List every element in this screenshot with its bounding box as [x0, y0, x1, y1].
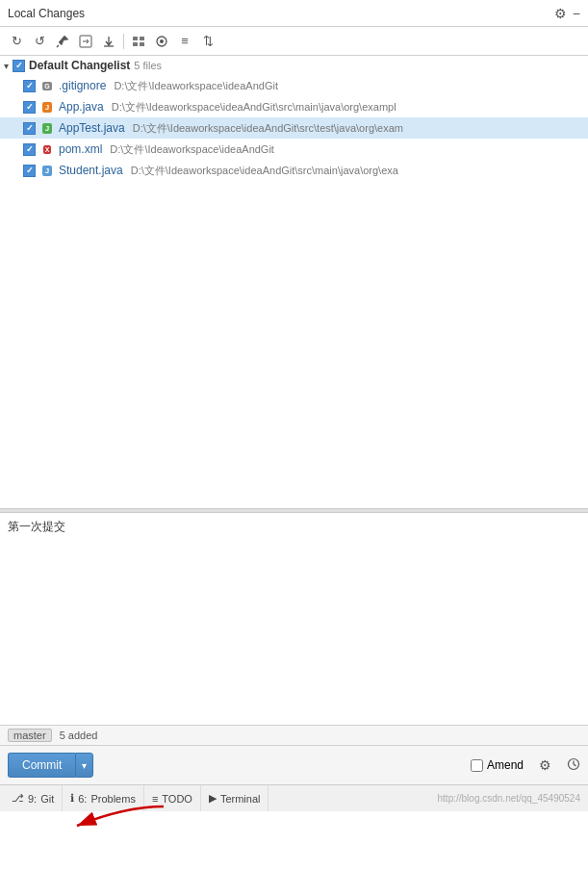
svg-point-8 [160, 39, 164, 43]
git-tab-label: Git [40, 793, 54, 805]
bottom-tabs: ⎇ 9: Git ℹ 6: Problems ≡ TODO ▶ Terminal… [0, 784, 588, 811]
problems-tab-icon: ℹ [70, 792, 74, 805]
file-checkbox-apptest-java[interactable] [23, 122, 36, 135]
rollback-btn[interactable]: ↺ [29, 31, 50, 52]
file-item-apptest-java[interactable]: J AppTest.java D:\文件\Ideaworkspace\ideaA… [0, 117, 588, 139]
apptest-java-icon: J [39, 120, 55, 136]
gitignore-icon: G [39, 78, 55, 93]
file-checkbox-app-java[interactable] [23, 101, 36, 114]
branch-badge: master [8, 729, 52, 742]
move-changes-btn[interactable] [75, 31, 96, 52]
file-item-app-java[interactable]: J App.java D:\文件\Ideaworkspace\ideaAndGi… [0, 96, 588, 117]
commit-dropdown-button[interactable]: ▾ [75, 753, 93, 778]
watermark: http://blog.csdn.net/qq_45490524 [268, 793, 584, 804]
problems-tab-label: Problems [90, 793, 135, 805]
toolbar: ↻ ↺ ≡ ⇅ [0, 27, 588, 56]
file-path-gitignore: D:\文件\Ideaworkspace\ideaAndGit [114, 79, 278, 93]
file-path-app-java: D:\文件\Ideaworkspace\ideaAndGit\src\main\… [112, 100, 396, 115]
app-java-icon: J [39, 99, 55, 115]
file-name-pom-xml: pom.xml [59, 142, 102, 156]
diff-btn[interactable] [151, 31, 172, 52]
svg-rect-3 [133, 37, 138, 40]
move-to-btn[interactable] [98, 31, 119, 52]
svg-rect-6 [140, 42, 144, 46]
tab-terminal[interactable]: ▶ Terminal [201, 785, 269, 811]
file-item-student-java[interactable]: J Student.java D:\文件\Ideaworkspace\ideaA… [0, 160, 588, 181]
git-tab-number: 9: [28, 793, 37, 805]
changelist-name: Default Changelist [29, 59, 130, 72]
problems-tab-number: 6: [78, 793, 87, 805]
git-tab-icon: ⎇ [12, 792, 24, 805]
file-checkbox-gitignore[interactable] [23, 80, 36, 92]
tab-problems[interactable]: ℹ 6: Problems [63, 785, 144, 811]
pin-btn[interactable] [52, 31, 73, 52]
expand-btn[interactable]: ⇅ [197, 31, 218, 52]
commit-history-icon[interactable] [567, 757, 580, 774]
svg-line-0 [57, 45, 59, 47]
commit-button[interactable]: Commit [8, 753, 75, 778]
status-bar: master 5 added [0, 725, 588, 746]
amend-text: Amend [487, 758, 524, 772]
commit-settings-icon[interactable]: ⚙ [539, 757, 551, 773]
svg-line-12 [574, 764, 576, 766]
commit-message-area: 第一次提交 [0, 513, 588, 725]
todo-tab-label: TODO [162, 793, 192, 805]
settings-icon[interactable]: ⚙ [554, 6, 567, 21]
file-list-area: ▾ Default Changelist 5 files G .gitignor… [0, 56, 588, 508]
status-added: 5 added [60, 730, 98, 741]
group-btn[interactable] [128, 31, 149, 52]
file-name-student-java: Student.java [59, 164, 123, 177]
commit-buttons-row: Commit ▾ Amend ⚙ [0, 746, 588, 784]
terminal-tab-label: Terminal [220, 793, 261, 805]
file-checkbox-student-java[interactable] [23, 165, 36, 177]
file-item-pom-xml[interactable]: X pom.xml D:\文件\Ideaworkspace\ideaAndGit [0, 139, 588, 160]
file-path-pom-xml: D:\文件\Ideaworkspace\ideaAndGit [110, 142, 274, 157]
svg-rect-5 [133, 42, 138, 46]
tab-git[interactable]: ⎇ 9: Git [4, 785, 63, 811]
amend-row: Amend ⚙ [471, 757, 580, 774]
file-name-app-java: App.java [59, 100, 104, 114]
minimize-icon[interactable]: − [573, 6, 580, 21]
commit-btn-group: Commit ▾ [8, 753, 93, 778]
commit-message-input[interactable]: 第一次提交 [0, 513, 588, 725]
pom-xml-icon: X [39, 141, 55, 157]
file-path-apptest-java: D:\文件\Ideaworkspace\ideaAndGit\src\test\… [133, 121, 403, 136]
terminal-tab-icon: ▶ [209, 792, 217, 805]
tab-todo[interactable]: ≡ TODO [144, 785, 201, 811]
todo-tab-icon: ≡ [152, 793, 158, 805]
file-name-gitignore: .gitignore [59, 79, 106, 92]
svg-rect-4 [140, 37, 144, 40]
toolbar-sep-1 [123, 34, 124, 49]
amend-label[interactable]: Amend [471, 758, 524, 772]
student-java-icon: J [39, 163, 55, 178]
changelist-header[interactable]: ▾ Default Changelist 5 files [0, 56, 588, 75]
file-item-gitignore[interactable]: G .gitignore D:\文件\Ideaworkspace\ideaAnd… [0, 75, 588, 96]
chevron-down-icon: ▾ [4, 61, 9, 71]
refresh-btn[interactable]: ↻ [6, 31, 27, 52]
file-checkbox-pom-xml[interactable] [23, 143, 36, 156]
changelist-count: 5 files [134, 60, 162, 71]
title-bar-icons: ⚙ − [554, 6, 580, 21]
changelist-checkbox[interactable] [13, 60, 25, 72]
file-name-apptest-java: AppTest.java [59, 121, 125, 135]
file-path-student-java: D:\文件\Ideaworkspace\ideaAndGit\src\main\… [131, 164, 398, 178]
title-bar: Local Changes ⚙ − [0, 0, 588, 27]
align-btn[interactable]: ≡ [174, 31, 195, 52]
amend-checkbox-input[interactable] [471, 759, 483, 772]
panel-title: Local Changes [8, 7, 85, 20]
